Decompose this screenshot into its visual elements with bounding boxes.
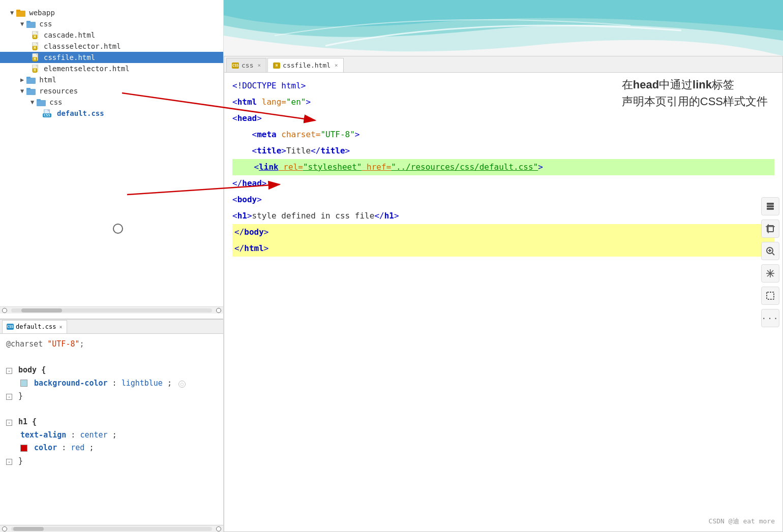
tree-circle-decoration <box>113 224 123 234</box>
crop-button[interactable] <box>761 220 779 238</box>
doctype-text: <!DOCTYPE html> <box>232 81 306 90</box>
css-h1-close: } <box>18 456 23 465</box>
webapp-label: webapp <box>29 9 55 17</box>
css-tab-text: css <box>242 61 253 69</box>
css-bottom-scrollbar[interactable] <box>0 525 223 532</box>
tree-item-defaultcss[interactable]: CSS default.css <box>0 108 223 119</box>
collapse-body[interactable]: - <box>6 368 12 374</box>
css-editor-tab[interactable]: CSS default.css × <box>2 320 67 333</box>
file-icon-cssfile: H <box>31 53 41 61</box>
tree-horizontal-scrollbar[interactable] <box>0 306 223 314</box>
html-lang-val: "en" <box>286 97 306 107</box>
css-value-center: center <box>80 430 107 440</box>
line-body-open: <body> <box>232 192 774 208</box>
file-icon-defaultcss: CSS <box>41 109 54 117</box>
select-button[interactable] <box>761 287 779 305</box>
css-tab-icon-small: CSS <box>232 62 239 69</box>
tree-item-resources-css-folder[interactable]: ▼ css <box>0 97 223 108</box>
css-colon1: : <box>112 379 122 388</box>
svg-rect-15 <box>26 88 31 90</box>
css-scrollbar-thumb[interactable] <box>13 527 44 531</box>
scroll-left-circle <box>2 308 7 313</box>
title-close: </ <box>311 146 320 155</box>
expand-arrow: ▼ <box>10 9 14 16</box>
tree-item-html-folder[interactable]: ▶ html <box>0 74 223 85</box>
tree-item-css-folder[interactable]: ▼ css <box>0 18 223 29</box>
tree-item-webapp[interactable]: ▼ webapp <box>0 7 223 18</box>
classselector-label: classselector.html <box>44 42 121 50</box>
expand-arrow-html: ▶ <box>20 76 24 83</box>
expand-arrow-resources: ▼ <box>20 87 24 95</box>
css-scroll-left <box>2 526 7 531</box>
collapse-h1-end[interactable]: - <box>6 459 12 465</box>
file-icon-elementselector: H <box>31 65 41 73</box>
css-semicolon1: ; <box>167 379 172 388</box>
css-line-bgcolor: background-color : lightblue ; ○ <box>6 377 217 390</box>
layers-button[interactable] <box>761 197 779 215</box>
annotation-head1: head <box>633 78 659 91</box>
css-body-selector: body { <box>18 365 46 374</box>
tree-item-elementselector[interactable]: H elementselector.html <box>0 63 223 74</box>
more-button[interactable]: ··· <box>761 309 779 327</box>
html-tab-icon-cssfile: H <box>273 62 280 69</box>
body-close-bracket: > <box>264 227 269 237</box>
css-h1-selector: h1 { <box>18 417 37 426</box>
title-close-tag: title <box>320 146 345 155</box>
svg-rect-21 <box>767 205 774 207</box>
head-tag: head <box>237 113 257 123</box>
css-scroll-right <box>216 526 221 531</box>
html-folder-label: html <box>39 76 56 84</box>
meta-charset-attr: charset= <box>277 130 321 139</box>
tree-item-resources-folder[interactable]: ▼ resources <box>0 85 223 97</box>
cssfile-tab-text: cssfile.html <box>283 61 330 69</box>
zoom-button[interactable] <box>761 242 779 260</box>
css-line-h1: - h1 { <box>6 416 217 429</box>
svg-rect-20 <box>767 203 774 205</box>
collapse-body-end[interactable]: - <box>6 394 12 400</box>
title-text: Title <box>286 146 311 155</box>
css-tab-x[interactable]: × <box>257 62 261 69</box>
html-open-text: < <box>232 97 237 107</box>
folder-icon-resources <box>26 87 36 95</box>
tree-item-classselector[interactable]: H classselector.html <box>0 41 223 52</box>
svg-line-27 <box>772 253 774 255</box>
title-bracket1: > <box>281 146 286 155</box>
html-close-bracket: > <box>306 97 311 107</box>
css-tab-close[interactable]: × <box>59 324 62 330</box>
annotation-line1: 在head中通过link标签 <box>622 76 768 93</box>
html-tab-css[interactable]: CSS css × <box>226 58 266 72</box>
cssfile-tab-x[interactable]: × <box>335 62 338 69</box>
resources-folder-label: resources <box>39 87 78 95</box>
more-dots: ··· <box>762 314 779 323</box>
res-css-folder-label: css <box>49 98 62 106</box>
folder-icon-webapp <box>16 9 26 17</box>
scroll-right-circle <box>216 308 221 313</box>
css-scrollbar-track[interactable] <box>11 527 212 531</box>
html-lang-attr: lang= <box>257 97 286 107</box>
h1-tag: h1 <box>237 211 247 221</box>
css-editor-panel: CSS default.css × @charset "UTF-8"; - bo… <box>0 319 223 532</box>
title-close-bracket: > <box>345 146 350 155</box>
css-colon2: : <box>71 430 80 440</box>
scrollbar-track[interactable] <box>11 308 212 312</box>
css-line-h1-close: - } <box>6 455 217 468</box>
h1-close-tag: h1 <box>384 211 394 221</box>
folder-icon-res-css <box>36 98 46 106</box>
line-link: <link rel="stylesheet" href="../resource… <box>232 159 774 175</box>
collapse-h1[interactable]: - <box>6 420 12 426</box>
link-href-val: "../resources/css/default.css" <box>391 162 538 172</box>
tree-item-cascade[interactable]: H cascade.html <box>0 29 223 41</box>
sparkle-button[interactable] <box>761 264 779 283</box>
head-close-tag: head <box>242 178 262 188</box>
html-close-tag: html <box>244 243 264 253</box>
body-open-bracket: > <box>257 195 262 204</box>
scrollbar-thumb[interactable] <box>21 308 62 312</box>
top-decoration <box>224 0 783 56</box>
line-head-open: <head> <box>232 110 774 127</box>
meta-open: < <box>252 130 257 139</box>
html-tab-cssfile[interactable]: H cssfile.html × <box>267 58 344 72</box>
body-close-text: </ <box>234 227 244 237</box>
body-open-tag: body <box>237 195 257 204</box>
folder-icon-css <box>26 20 36 28</box>
tree-item-cssfile[interactable]: H cssfile.html <box>0 52 223 63</box>
